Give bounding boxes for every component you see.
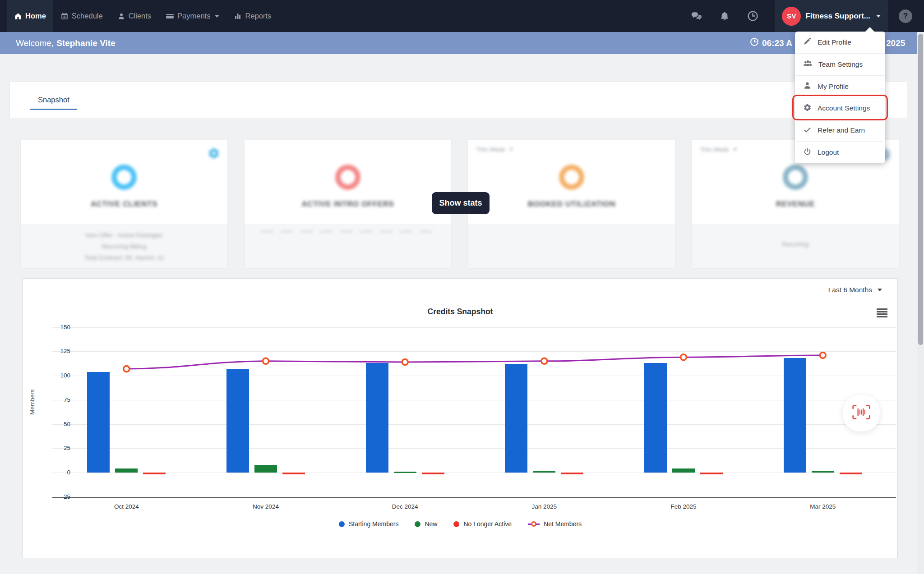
stat-card-active-intro-offers[interactable]: ACTIVE INTRO OFFERS [245,140,451,268]
team-icon [803,59,813,69]
gridline [52,497,896,498]
stat-card-footer: Recurring [692,224,899,268]
top-navbar: Home Schedule Clients Payments Reports [0,0,924,32]
nav-item-clients[interactable]: Clients [110,0,158,32]
bar-no-longer-active[interactable] [143,473,166,474]
avatar: SV [782,7,801,26]
y-axis-tick-label: 100 [32,372,70,379]
scrollbar-thumb[interactable] [918,34,923,345]
menu-item-refer-and-earn[interactable]: Refer and Earn [795,119,885,141]
menu-item-logout[interactable]: Logout [795,141,885,163]
barcode-icon [851,404,871,422]
menu-item-label: My Profile [818,83,849,91]
tab-snapshot[interactable]: Snapshot [30,82,77,118]
period-selector[interactable]: This Week [476,146,513,153]
bar-new[interactable] [394,472,416,473]
legend-label: New [425,520,437,528]
net-members-marker[interactable] [124,366,129,372]
net-members-marker[interactable] [263,358,269,364]
menu-item-my-profile[interactable]: My Profile [795,75,885,97]
legend-label: Starting Members [349,520,398,528]
bar-no-longer-active[interactable] [840,473,862,474]
chat-icon[interactable] [691,10,702,22]
range-selector-dropdown[interactable]: Last 6 Months [828,286,882,294]
menu-item-team-settings[interactable]: Team Settings [795,53,885,75]
bar-starting-members[interactable] [87,372,110,473]
menu-item-edit-profile[interactable]: Edit Profile [795,32,885,53]
credit-card-icon [166,12,174,20]
nav-item-payments[interactable]: Payments [158,0,226,32]
bar-starting-members[interactable] [505,364,527,473]
stat-card-booked-utilization[interactable]: This Week BOOKED UTILIZATION [468,140,675,268]
gridline [52,448,896,449]
nav-item-reports[interactable]: Reports [226,0,278,32]
bar-no-longer-active[interactable] [422,473,444,474]
chart-title: Credits Snapshot [23,307,897,317]
bar-no-longer-active[interactable] [700,473,723,474]
y-axis-tick-label: -25 [32,493,70,500]
footer-line: Total Contract: 95, Alumni: 12 [21,252,227,263]
net-members-marker[interactable] [541,358,547,364]
bar-no-longer-active[interactable] [561,473,583,474]
greeting-prefix: Welcome, [16,38,54,48]
stat-card-title: ACTIVE INTRO OFFERS [245,200,451,209]
chart-menu-icon[interactable] [877,308,887,318]
stat-card-active-clients[interactable]: ACTIVE CLIENTS Intro Offer - Active Pack… [21,140,227,268]
bar-starting-members[interactable] [226,369,249,473]
bar-no-longer-active[interactable] [282,473,305,474]
period-selector[interactable]: This Week [700,146,737,153]
chevron-down-icon [733,148,737,151]
nav-label: Payments [177,12,210,20]
y-axis-tick-label: 0 [32,469,70,476]
page-scrollbar[interactable] [917,32,924,574]
period-label: This Week [700,146,729,153]
nav-item-home[interactable]: Home [7,0,53,32]
menu-item-label: Team Settings [818,60,863,69]
profile-dropdown-menu: Edit Profile Team Settings My Profile Ac… [795,32,885,163]
chart-header: Last 6 Months [23,279,897,301]
placeholder-dashes [261,230,435,233]
bar-starting-members[interactable] [366,363,388,473]
scan-badge[interactable] [843,395,880,432]
net-members-marker[interactable] [681,354,687,360]
y-axis-tick-label: 25 [32,445,70,451]
legend-dot-icon [415,521,420,527]
bar-new[interactable] [533,471,555,473]
chart-legend: Starting MembersNewNo Longer ActiveNet M… [23,520,897,528]
gear-icon[interactable] [208,147,220,161]
net-members-marker[interactable] [402,359,408,365]
bar-starting-members[interactable] [644,363,667,473]
bar-new[interactable] [812,471,834,473]
menu-item-label: Edit Profile [818,38,851,46]
y-axis-tick-label: 150 [32,324,70,331]
time-text: 06:23 A [762,38,792,48]
legend-item-net-members[interactable]: Net Members [528,520,582,528]
legend-item-no-longer-active[interactable]: No Longer Active [453,520,512,528]
net-members-marker[interactable] [820,352,826,358]
bar-starting-members[interactable] [784,358,806,473]
power-icon [803,147,812,158]
menu-item-account-settings[interactable]: Account Settings [795,97,885,119]
nav-item-schedule[interactable]: Schedule [53,0,110,32]
gridline [52,376,896,376]
calendar-icon [60,12,69,20]
donut-icon [559,165,584,190]
x-axis-tick-label: Jan 2025 [513,503,576,510]
legend-item-new[interactable]: New [415,520,437,528]
menu-item-label: Account Settings [818,104,870,112]
clock-icon[interactable] [747,10,758,22]
user-name: Stephanie Vite [56,38,116,48]
screen: Home Schedule Clients Payments Reports [0,0,924,574]
show-stats-button[interactable]: Show stats [432,192,490,214]
gridline [52,424,896,425]
legend-item-starting-members[interactable]: Starting Members [339,520,398,528]
bar-new[interactable] [115,468,138,473]
help-button[interactable]: ? [899,9,912,23]
bell-icon[interactable] [719,10,730,22]
period-label: This Week [476,146,505,153]
menu-item-label: Refer and Earn [818,126,865,134]
bar-new[interactable] [254,465,277,473]
bar-new[interactable] [672,468,695,473]
donut-icon [335,165,360,190]
gridline [52,400,896,400]
